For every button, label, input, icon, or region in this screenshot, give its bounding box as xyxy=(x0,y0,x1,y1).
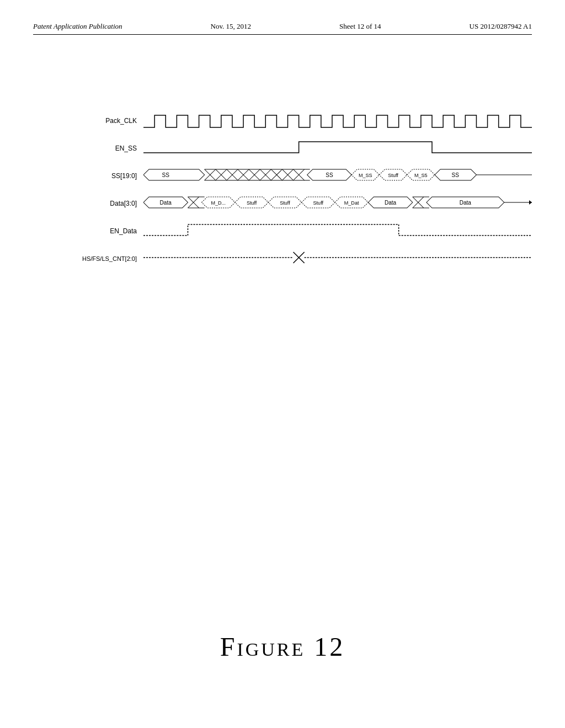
signal-label-ss: SS[19:0] xyxy=(55,172,143,180)
svg-text:Data: Data xyxy=(385,200,397,206)
signal-row-data: Data[3:0] Data M_D... xyxy=(55,195,532,212)
ss-waveform: SS xyxy=(143,167,532,183)
data-waveform: Data M_D... Stuff Stuff xyxy=(143,195,532,210)
svg-text:Data: Data xyxy=(160,200,172,206)
signal-diagram-ss: SS xyxy=(143,167,532,185)
svg-text:Stuff: Stuff xyxy=(313,200,324,206)
signal-diagram-data: Data M_D... Stuff Stuff xyxy=(143,195,532,212)
header-patent-number: US 2012/0287942 A1 xyxy=(470,22,532,31)
svg-text:Stuff: Stuff xyxy=(388,173,398,178)
svg-text:M_Dat: M_Dat xyxy=(344,200,359,206)
signal-label-en-data: EN_Data xyxy=(55,227,143,235)
signal-diagram-pack-clk xyxy=(143,112,532,130)
signal-diagram-hs-cnt xyxy=(143,250,532,267)
figure-caption: Figure 12 xyxy=(0,631,565,662)
header-publication-label: Patent Application Publication xyxy=(33,22,122,31)
svg-text:M_S5: M_S5 xyxy=(414,173,428,178)
signal-diagram-en-data xyxy=(143,222,532,240)
svg-text:M_D...: M_D... xyxy=(211,200,226,206)
signal-label-en-ss: EN_SS xyxy=(55,144,143,152)
svg-text:Stuff: Stuff xyxy=(247,200,257,206)
svg-marker-58 xyxy=(529,200,532,205)
signal-row-hs-cnt: HS/FS/LS_CNT[2:0] xyxy=(55,250,532,267)
svg-text:SS: SS xyxy=(162,172,170,178)
cnt-waveform xyxy=(143,250,532,265)
svg-text:SS: SS xyxy=(326,172,333,178)
signal-row-en-ss: EN_SS xyxy=(55,140,532,157)
svg-text:Data: Data xyxy=(460,200,472,206)
signal-row-en-data: EN_Data xyxy=(55,222,532,240)
signal-label-pack-clk: Pack_CLK xyxy=(55,117,143,125)
signal-row-pack-clk: Pack_CLK xyxy=(55,112,532,130)
svg-text:M_SS: M_SS xyxy=(359,173,372,178)
svg-marker-0 xyxy=(143,169,205,180)
en-ss-waveform xyxy=(143,140,532,155)
header-date: Nov. 15, 2012 xyxy=(211,22,252,31)
svg-text:Stuff: Stuff xyxy=(280,200,290,206)
clk-waveform xyxy=(143,112,532,130)
en-data-waveform xyxy=(143,222,532,238)
page-header: Patent Application Publication Nov. 15, … xyxy=(33,22,532,35)
signal-label-data: Data[3:0] xyxy=(55,200,143,207)
signal-row-ss: SS[19:0] SS xyxy=(55,167,532,185)
svg-text:SS: SS xyxy=(452,172,460,178)
signal-label-hs-cnt: HS/FS/LS_CNT[2:0] xyxy=(55,255,143,262)
figure-label: Figure 12 xyxy=(220,632,345,661)
page: Patent Application Publication Nov. 15, … xyxy=(0,0,565,728)
header-sheet: Sheet 12 of 14 xyxy=(339,22,381,31)
signal-diagram-en-ss xyxy=(143,140,532,157)
timing-diagram: Pack_CLK EN_SS SS[19:0] xyxy=(55,112,532,267)
